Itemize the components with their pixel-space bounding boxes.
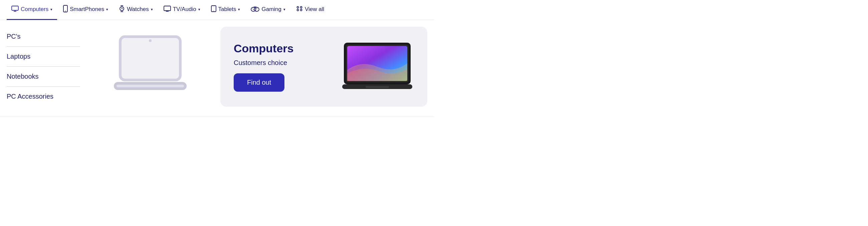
promo-title: Computers <box>234 42 293 55</box>
smartphones-icon <box>63 5 68 14</box>
nav-item-tv-audio[interactable]: TV/Audio ▾ <box>159 0 205 20</box>
svg-point-23 <box>301 9 302 11</box>
svg-rect-0 <box>12 6 18 10</box>
menu-item-notebooks[interactable]: Notebooks <box>7 67 80 87</box>
svg-point-25 <box>149 39 152 42</box>
svg-point-22 <box>297 9 299 11</box>
nav-item-gaming[interactable]: Gaming ▾ <box>246 0 290 20</box>
gaming-label: Gaming <box>261 6 281 13</box>
navbar: Computers ▾ SmartPhones ▾ Watches ▾ <box>0 0 434 20</box>
nav-item-view-all[interactable]: View all <box>291 0 329 20</box>
computers-label: Computers <box>21 6 49 13</box>
watches-chevron: ▾ <box>151 7 153 12</box>
promo-text: Computers Customers choice Find out <box>234 42 293 92</box>
computers-chevron: ▾ <box>51 7 53 12</box>
tablets-chevron: ▾ <box>238 7 240 12</box>
svg-rect-24 <box>120 37 180 80</box>
laptop-outline-svg <box>114 33 187 100</box>
gaming-chevron: ▾ <box>283 7 285 12</box>
menu-list: PC's Laptops Notebooks PC Accessories <box>7 27 80 107</box>
watches-label: Watches <box>127 6 149 13</box>
view-all-label: View all <box>305 6 324 13</box>
svg-rect-10 <box>164 6 170 11</box>
center-illustration <box>90 27 210 107</box>
svg-point-20 <box>297 6 299 8</box>
tv-icon <box>163 6 171 13</box>
svg-point-4 <box>65 11 66 11</box>
nav-item-computers[interactable]: Computers ▾ <box>7 0 57 20</box>
svg-point-16 <box>253 9 253 9</box>
smartphones-label: SmartPhones <box>70 6 104 13</box>
svg-point-17 <box>253 9 254 10</box>
gaming-icon <box>251 6 259 13</box>
nav-item-tablets[interactable]: Tablets ▾ <box>206 0 245 20</box>
find-out-button[interactable]: Find out <box>234 73 284 92</box>
promo-subtitle: Customers choice <box>234 59 287 67</box>
svg-rect-31 <box>366 86 389 88</box>
smartphones-chevron: ▾ <box>106 7 108 12</box>
svg-point-13 <box>213 10 214 11</box>
promo-card: Computers Customers choice Find out <box>220 27 427 107</box>
svg-point-15 <box>254 7 259 11</box>
dropdown-panel: PC's Laptops Notebooks PC Accessories Co… <box>0 20 434 117</box>
nav-item-smartphones[interactable]: SmartPhones ▾ <box>58 0 113 20</box>
menu-item-pc-accessories[interactable]: PC Accessories <box>7 87 80 106</box>
view-all-icon <box>296 6 303 13</box>
tablets-icon <box>211 5 216 14</box>
menu-item-pcs[interactable]: PC's <box>7 27 80 47</box>
watches-icon <box>119 5 125 14</box>
computers-icon <box>11 6 19 13</box>
svg-point-21 <box>301 6 302 8</box>
tv-audio-label: TV/Audio <box>173 6 196 13</box>
tablets-label: Tablets <box>218 6 236 13</box>
laptop-promo-image <box>341 40 414 93</box>
nav-item-watches[interactable]: Watches ▾ <box>114 0 158 20</box>
menu-item-laptops[interactable]: Laptops <box>7 47 80 67</box>
svg-rect-26 <box>115 83 185 89</box>
tv-audio-chevron: ▾ <box>198 7 200 12</box>
